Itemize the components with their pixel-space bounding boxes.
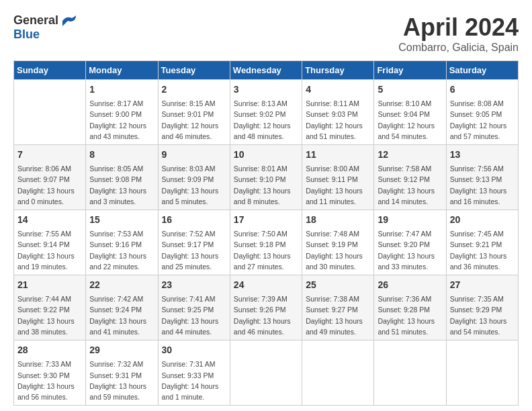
day-info: Sunrise: 7:55 AMSunset: 9:14 PMDaylight:… (17, 228, 82, 272)
day-number: 15 (89, 213, 154, 227)
day-info: Sunrise: 8:15 AMSunset: 9:01 PMDaylight:… (162, 98, 226, 142)
logo-general-text: General (13, 13, 58, 28)
day-info: Sunrise: 7:58 AMSunset: 9:12 PMDaylight:… (378, 163, 442, 207)
day-number: 8 (89, 148, 154, 162)
day-number: 2 (162, 83, 226, 97)
day-number: 24 (234, 278, 298, 292)
day-info: Sunrise: 7:31 AMSunset: 9:33 PMDaylight:… (162, 359, 226, 402)
calendar-header-saturday: Saturday (446, 61, 518, 80)
day-number: 6 (450, 83, 515, 97)
day-number: 28 (17, 343, 82, 357)
day-number: 26 (378, 278, 442, 292)
calendar-cell: 17Sunrise: 7:50 AMSunset: 9:18 PMDayligh… (230, 210, 302, 275)
day-info: Sunrise: 7:41 AMSunset: 9:25 PMDaylight:… (162, 293, 226, 337)
calendar-cell: 22Sunrise: 7:42 AMSunset: 9:24 PMDayligh… (86, 275, 158, 340)
calendar-cell: 30Sunrise: 7:31 AMSunset: 9:33 PMDayligh… (158, 340, 230, 406)
calendar-cell: 8Sunrise: 8:05 AMSunset: 9:08 PMDaylight… (86, 145, 158, 210)
calendar-cell: 10Sunrise: 8:01 AMSunset: 9:10 PMDayligh… (230, 145, 302, 210)
calendar-header-sunday: Sunday (14, 61, 86, 80)
day-info: Sunrise: 8:01 AMSunset: 9:10 PMDaylight:… (234, 163, 298, 207)
calendar-cell: 14Sunrise: 7:55 AMSunset: 9:14 PMDayligh… (14, 210, 86, 275)
calendar-cell: 26Sunrise: 7:36 AMSunset: 9:28 PMDayligh… (374, 275, 446, 340)
calendar-table: SundayMondayTuesdayWednesdayThursdayFrid… (13, 60, 519, 406)
calendar-cell: 5Sunrise: 8:10 AMSunset: 9:04 PMDaylight… (374, 80, 446, 145)
calendar-week-row: 14Sunrise: 7:55 AMSunset: 9:14 PMDayligh… (14, 210, 519, 275)
logo: General Blue (13, 13, 77, 42)
day-info: Sunrise: 7:56 AMSunset: 9:13 PMDaylight:… (450, 163, 515, 207)
calendar-cell: 12Sunrise: 7:58 AMSunset: 9:12 PMDayligh… (374, 145, 446, 210)
calendar-cell (446, 340, 518, 406)
calendar-week-row: 7Sunrise: 8:06 AMSunset: 9:07 PMDaylight… (14, 145, 519, 210)
day-info: Sunrise: 7:39 AMSunset: 9:26 PMDaylight:… (234, 293, 298, 337)
day-number: 10 (234, 148, 298, 162)
day-number: 3 (234, 83, 298, 97)
day-info: Sunrise: 7:36 AMSunset: 9:28 PMDaylight:… (378, 293, 442, 337)
calendar-cell: 6Sunrise: 8:08 AMSunset: 9:05 PMDaylight… (446, 80, 518, 145)
day-number: 17 (234, 213, 298, 227)
calendar-cell: 20Sunrise: 7:45 AMSunset: 9:21 PMDayligh… (446, 210, 518, 275)
day-number: 12 (378, 148, 442, 162)
day-number: 14 (17, 213, 82, 227)
day-info: Sunrise: 8:05 AMSunset: 9:08 PMDaylight:… (89, 163, 154, 207)
calendar-cell: 2Sunrise: 8:15 AMSunset: 9:01 PMDaylight… (158, 80, 230, 145)
calendar-cell: 11Sunrise: 8:00 AMSunset: 9:11 PMDayligh… (302, 145, 374, 210)
day-info: Sunrise: 8:17 AMSunset: 9:00 PMDaylight:… (89, 98, 154, 142)
calendar-week-row: 28Sunrise: 7:33 AMSunset: 9:30 PMDayligh… (14, 340, 519, 406)
day-number: 25 (306, 278, 370, 292)
day-number: 21 (17, 278, 82, 292)
calendar-header-row: SundayMondayTuesdayWednesdayThursdayFrid… (14, 61, 519, 80)
calendar-cell: 7Sunrise: 8:06 AMSunset: 9:07 PMDaylight… (14, 145, 86, 210)
day-info: Sunrise: 7:38 AMSunset: 9:27 PMDaylight:… (306, 293, 370, 337)
calendar-cell: 28Sunrise: 7:33 AMSunset: 9:30 PMDayligh… (14, 340, 86, 406)
day-number: 5 (378, 83, 442, 97)
day-info: Sunrise: 7:48 AMSunset: 9:19 PMDaylight:… (306, 228, 370, 272)
day-info: Sunrise: 7:42 AMSunset: 9:24 PMDaylight:… (89, 293, 154, 337)
day-number: 20 (450, 213, 515, 227)
day-number: 7 (17, 148, 82, 162)
day-info: Sunrise: 8:11 AMSunset: 9:03 PMDaylight:… (306, 98, 370, 142)
calendar-cell: 24Sunrise: 7:39 AMSunset: 9:26 PMDayligh… (230, 275, 302, 340)
month-title: April 2024 (398, 13, 519, 42)
day-info: Sunrise: 7:44 AMSunset: 9:22 PMDaylight:… (17, 293, 82, 337)
calendar-cell: 23Sunrise: 7:41 AMSunset: 9:25 PMDayligh… (158, 275, 230, 340)
calendar-header-friday: Friday (374, 61, 446, 80)
calendar-cell (14, 80, 86, 145)
calendar-cell (374, 340, 446, 406)
calendar-header-monday: Monday (86, 61, 158, 80)
day-info: Sunrise: 7:35 AMSunset: 9:29 PMDaylight:… (450, 293, 515, 337)
title-section: April 2024 Combarro, Galicia, Spain (398, 13, 519, 54)
calendar-cell: 19Sunrise: 7:47 AMSunset: 9:20 PMDayligh… (374, 210, 446, 275)
location-text: Combarro, Galicia, Spain (398, 42, 519, 54)
calendar-cell (230, 340, 302, 406)
day-number: 19 (378, 213, 442, 227)
calendar-cell: 9Sunrise: 8:03 AMSunset: 9:09 PMDaylight… (158, 145, 230, 210)
day-number: 27 (450, 278, 515, 292)
day-info: Sunrise: 7:33 AMSunset: 9:30 PMDaylight:… (17, 359, 82, 402)
day-info: Sunrise: 8:08 AMSunset: 9:05 PMDaylight:… (450, 98, 515, 142)
day-info: Sunrise: 8:03 AMSunset: 9:09 PMDaylight:… (162, 163, 226, 207)
day-info: Sunrise: 8:10 AMSunset: 9:04 PMDaylight:… (378, 98, 442, 142)
day-info: Sunrise: 7:50 AMSunset: 9:18 PMDaylight:… (234, 228, 298, 272)
logo-bird-icon (61, 14, 77, 28)
calendar-cell: 4Sunrise: 8:11 AMSunset: 9:03 PMDaylight… (302, 80, 374, 145)
calendar-cell: 29Sunrise: 7:32 AMSunset: 9:31 PMDayligh… (86, 340, 158, 406)
day-info: Sunrise: 7:47 AMSunset: 9:20 PMDaylight:… (378, 228, 442, 272)
calendar-header-tuesday: Tuesday (158, 61, 230, 80)
calendar-cell: 1Sunrise: 8:17 AMSunset: 9:00 PMDaylight… (86, 80, 158, 145)
day-number: 18 (306, 213, 370, 227)
day-number: 30 (162, 343, 226, 357)
day-number: 9 (162, 148, 226, 162)
calendar-cell: 27Sunrise: 7:35 AMSunset: 9:29 PMDayligh… (446, 275, 518, 340)
day-number: 16 (162, 213, 226, 227)
day-info: Sunrise: 7:52 AMSunset: 9:17 PMDaylight:… (162, 228, 226, 272)
page-header: General Blue April 2024 Combarro, Galici… (13, 13, 519, 54)
calendar-cell: 21Sunrise: 7:44 AMSunset: 9:22 PMDayligh… (14, 275, 86, 340)
day-info: Sunrise: 7:45 AMSunset: 9:21 PMDaylight:… (450, 228, 515, 272)
calendar-cell: 13Sunrise: 7:56 AMSunset: 9:13 PMDayligh… (446, 145, 518, 210)
day-info: Sunrise: 8:13 AMSunset: 9:02 PMDaylight:… (234, 98, 298, 142)
day-info: Sunrise: 8:00 AMSunset: 9:11 PMDaylight:… (306, 163, 370, 207)
calendar-cell: 3Sunrise: 8:13 AMSunset: 9:02 PMDaylight… (230, 80, 302, 145)
calendar-cell: 18Sunrise: 7:48 AMSunset: 9:19 PMDayligh… (302, 210, 374, 275)
day-info: Sunrise: 7:32 AMSunset: 9:31 PMDaylight:… (89, 359, 154, 402)
calendar-cell (302, 340, 374, 406)
